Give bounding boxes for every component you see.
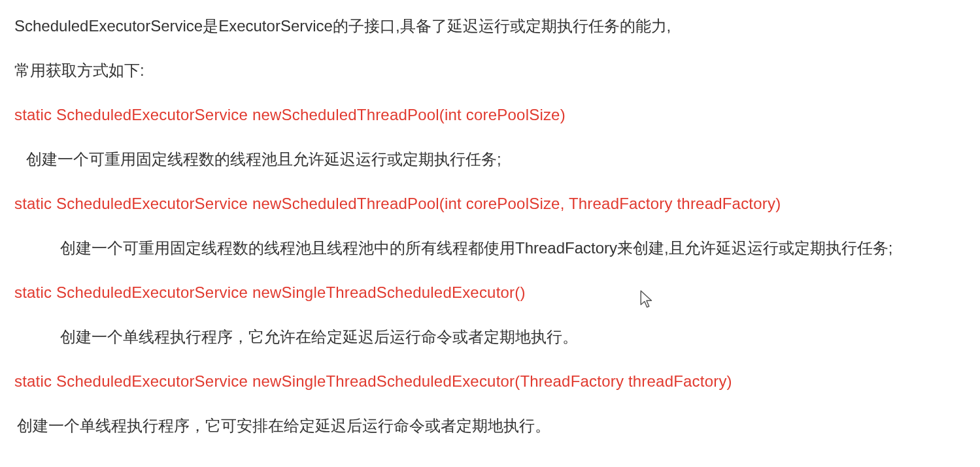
subintro-paragraph: 常用获取方式如下: bbox=[14, 59, 966, 82]
method-signature-2: static ScheduledExecutorService newSched… bbox=[14, 192, 966, 216]
method-description-4: 创建一个单线程执行程序，它可安排在给定延迟后运行命令或者定期地执行。 bbox=[14, 414, 966, 438]
method-signature-3: static ScheduledExecutorService newSingl… bbox=[14, 281, 966, 304]
method-description-1: 创建一个可重用固定线程数的线程池且允许延迟运行或定期执行任务; bbox=[14, 148, 966, 171]
method-signature-1: static ScheduledExecutorService newSched… bbox=[14, 103, 966, 127]
method-description-2: 创建一个可重用固定线程数的线程池且线程池中的所有线程都使用ThreadFacto… bbox=[14, 236, 966, 260]
method-description-3: 创建一个单线程执行程序，它允许在给定延迟后运行命令或者定期地执行。 bbox=[14, 325, 966, 349]
intro-paragraph: ScheduledExecutorService是ExecutorService… bbox=[14, 14, 966, 38]
method-signature-4: static ScheduledExecutorService newSingl… bbox=[14, 370, 966, 393]
